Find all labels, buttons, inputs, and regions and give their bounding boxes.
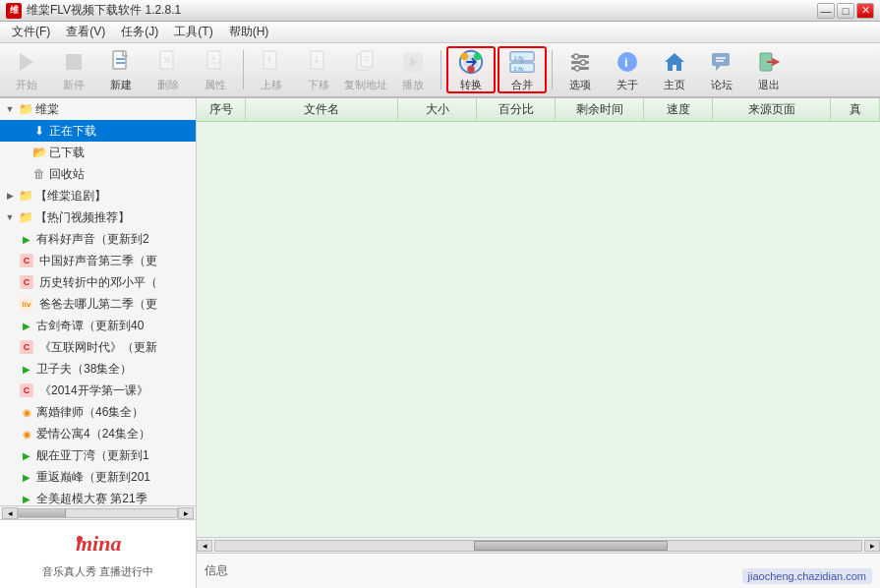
sep2 xyxy=(440,50,441,89)
minimize-button[interactable]: — xyxy=(817,3,835,19)
close-button[interactable]: ✕ xyxy=(856,3,874,19)
v8-icon: C xyxy=(20,383,33,397)
expand-hot: ▼ xyxy=(4,211,16,223)
sidebar-item-v6[interactable]: C 《互联网时代》（更新 xyxy=(0,336,196,358)
sidebar-item-v2[interactable]: C 中国好声音第三季（更 xyxy=(0,250,196,271)
copy-url-icon xyxy=(352,48,380,76)
menu-file[interactable]: 文件(F) xyxy=(4,22,58,42)
start-icon xyxy=(13,48,40,76)
v2-icon: C xyxy=(20,254,33,267)
sidebar-item-v3[interactable]: C 历史转折中的邓小平（ xyxy=(0,271,196,293)
table-header: 序号 文件名 大小 百分比 剩余时间 速度 来源页面 真 xyxy=(197,98,880,122)
title-controls: — □ ✕ xyxy=(817,3,874,19)
about-icon: i xyxy=(614,48,641,76)
v5-icon: ▶ xyxy=(20,319,33,332)
v6-icon: C xyxy=(20,340,33,354)
toolbar: 开始 新停 新建 删除 xyxy=(0,43,880,98)
content-hscroll-left[interactable]: ◂ xyxy=(197,540,212,552)
play-button[interactable]: 播放 xyxy=(390,46,436,93)
sidebar-item-downloaded[interactable]: 📂 已下载 xyxy=(0,142,196,163)
sidebar-item-downloading[interactable]: ⬇ 正在下载 xyxy=(0,120,196,142)
svg-rect-1 xyxy=(66,54,82,70)
sidebar-item-v12[interactable]: ▶ 重返巅峰（更新到201 xyxy=(0,466,196,488)
followup-icon: 📁 xyxy=(19,189,32,203)
v3-icon: C xyxy=(20,275,33,289)
merge-button[interactable]: 1.flv 2.flv 合并 xyxy=(498,46,547,93)
svg-rect-2 xyxy=(113,51,126,69)
upload-button[interactable]: 上移 xyxy=(249,46,294,93)
homepage-button[interactable]: 主页 xyxy=(652,46,697,93)
sidebar-item-v5[interactable]: ▶ 古剑奇谭（更新到40 xyxy=(0,315,196,336)
sidebar-item-trash[interactable]: 🗑 回收站 xyxy=(0,163,196,185)
svg-point-27 xyxy=(467,65,474,72)
v11-icon: ▶ xyxy=(20,448,33,462)
sidebar-item-v8[interactable]: C 《2014开学第一课》 xyxy=(0,380,196,401)
v4-icon: liv xyxy=(20,297,33,311)
menu-help[interactable]: 帮助(H) xyxy=(221,22,277,42)
convert-button[interactable]: 转换 xyxy=(446,46,496,93)
content-hscroll-right[interactable]: ▸ xyxy=(864,540,880,552)
v1-icon: ▶ xyxy=(20,232,33,246)
svg-marker-43 xyxy=(716,66,721,71)
start-button[interactable]: 开始 xyxy=(4,46,49,93)
sidebar-item-v13[interactable]: ▶ 全美超模大赛 第21季 xyxy=(0,488,196,505)
expand-spacer xyxy=(18,125,29,137)
col-remain: 剩余时间 xyxy=(556,98,644,121)
col-size: 大小 xyxy=(398,98,477,121)
forum-button[interactable]: 论坛 xyxy=(699,46,744,93)
app-icon: 维 xyxy=(6,3,22,19)
stop-button[interactable]: 新停 xyxy=(51,46,96,93)
menu-tools[interactable]: 工具(T) xyxy=(166,22,220,42)
svg-text:1.flv: 1.flv xyxy=(514,55,524,61)
delete-icon xyxy=(154,48,182,76)
title-left: 维 维棠FLV视频下载软件 1.2.8.1 xyxy=(6,2,181,19)
svg-text:mina: mina xyxy=(76,531,121,556)
title-bar: 维 维棠FLV视频下载软件 1.2.8.1 — □ ✕ xyxy=(0,0,880,22)
hscroll-left[interactable]: ◂ xyxy=(2,507,18,519)
col-seq: 序号 xyxy=(197,98,246,121)
svg-rect-8 xyxy=(207,51,220,69)
banner-text: 音乐真人秀 直播进行中 xyxy=(42,564,153,579)
expand-spacer2 xyxy=(18,147,29,158)
svg-marker-0 xyxy=(20,53,33,71)
sidebar-item-v9[interactable]: ◉ 离婚律师（46集全） xyxy=(0,401,196,423)
options-button[interactable]: 选项 xyxy=(557,46,603,93)
h-scroll-track[interactable] xyxy=(214,540,862,552)
sidebar-item-v1[interactable]: ▶ 有科好声音（更新到2 xyxy=(0,228,196,250)
sidebar-item-v4[interactable]: liv 爸爸去哪儿第二季（更 xyxy=(0,293,196,315)
sidebar-item-root[interactable]: ▼ 📁 维棠 xyxy=(0,98,196,120)
sidebar-item-v7[interactable]: ▶ 卫子夫（38集全） xyxy=(0,358,196,380)
new-button[interactable]: 新建 xyxy=(98,46,144,93)
sidebar-item-v11[interactable]: ▶ 舰在亚丁湾（更新到1 xyxy=(0,444,196,466)
properties-button[interactable]: 属性 xyxy=(193,46,238,93)
svg-rect-42 xyxy=(712,53,730,66)
hscroll-right[interactable]: ▸ xyxy=(178,507,194,519)
logout-button[interactable]: 退出 xyxy=(746,46,792,93)
forum-icon xyxy=(708,48,735,76)
maximize-button[interactable]: □ xyxy=(837,3,854,19)
svg-point-37 xyxy=(581,60,586,65)
new-icon xyxy=(107,48,135,76)
copy-url-button[interactable]: 复制地址 xyxy=(343,46,388,93)
v12-icon: ▶ xyxy=(20,470,33,484)
col-extra: 真 xyxy=(831,98,880,121)
h-scroll-thumb[interactable] xyxy=(474,541,668,551)
menu-task[interactable]: 任务(J) xyxy=(113,22,166,42)
delete-button[interactable]: 删除 xyxy=(146,46,191,93)
about-button[interactable]: i 关于 xyxy=(605,46,650,93)
content-hscrollbar[interactable]: ◂ ▸ xyxy=(197,537,880,553)
menu-view[interactable]: 查看(V) xyxy=(58,22,113,42)
svg-text:i: i xyxy=(624,55,628,70)
downloading-icon: ⬇ xyxy=(32,124,46,138)
sidebar-item-v10[interactable]: ◉ 爱情公寓4（24集全） xyxy=(0,423,196,444)
title-text: 维棠FLV视频下载软件 1.2.8.1 xyxy=(27,2,181,19)
options-icon xyxy=(566,48,594,76)
download-button[interactable]: 下移 xyxy=(296,46,341,93)
sidebar-hscroll[interactable]: ◂ ▸ xyxy=(0,505,196,519)
table-body xyxy=(197,122,880,537)
trash-icon: 🗑 xyxy=(32,167,46,181)
sidebar-item-followup[interactable]: ▶ 📁 【维棠追剧】 xyxy=(0,185,196,206)
sidebar-item-hotvideos[interactable]: ▼ 📁 【热门视频推荐】 xyxy=(0,206,196,228)
info-label: 信息 xyxy=(205,562,228,579)
info-bar: 信息 xyxy=(197,553,880,588)
